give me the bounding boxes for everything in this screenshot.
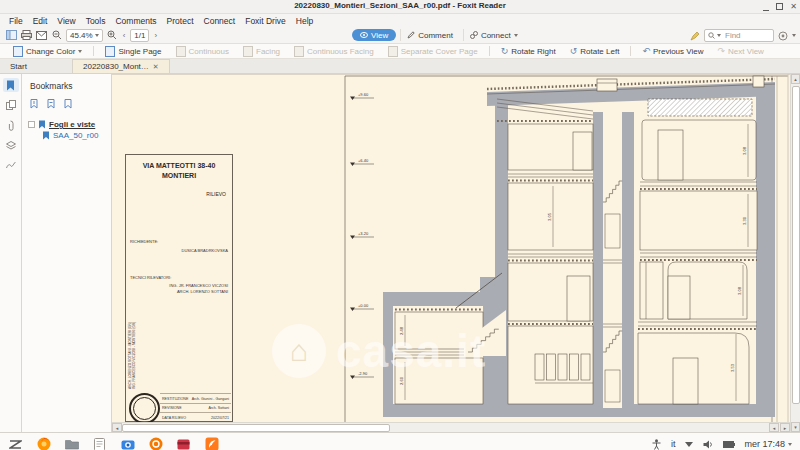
vertical-scrollbar[interactable]: ▴ ▾ — [790, 74, 800, 432]
file-manager-icon[interactable] — [64, 437, 79, 450]
collapse-bookmarks-icon[interactable] — [47, 99, 56, 109]
project-city: MONTIERI — [126, 172, 232, 179]
svg-text:+3.20: +3.20 — [358, 231, 369, 236]
minimize-button[interactable] — [763, 3, 769, 11]
window-title: 20220830_Montieri_Sezioni_SAA_r00.pdf - … — [0, 1, 800, 10]
menu-tools[interactable]: Tools — [81, 16, 111, 26]
menu-foxit-drive[interactable]: Foxit Drive — [240, 16, 291, 26]
close-button[interactable]: ✕ — [790, 0, 797, 13]
view-button[interactable]: View — [352, 29, 396, 41]
menu-file[interactable]: File — [4, 16, 28, 26]
mail-icon[interactable] — [35, 29, 48, 41]
row-value: Arch. Giunini - Gangani — [192, 397, 229, 401]
bookmarks-panel-title: Bookmarks — [22, 74, 111, 91]
main-toolbar: 45.4% ‹ 1/1 › View Comment Connect — [0, 27, 800, 44]
bookmark-child-item[interactable]: SAA_50_r00 — [28, 130, 111, 141]
tab-close-icon[interactable]: ✕ — [153, 63, 159, 71]
attachments-panel-icon[interactable] — [3, 118, 19, 132]
document-type: RILIEVO — [206, 191, 226, 197]
scroll-left-button[interactable]: ◂ — [769, 423, 779, 432]
change-color-label: Change Color — [26, 47, 75, 56]
bookmark-options-icon[interactable] — [64, 99, 73, 109]
row-value: 2022/07/21 — [211, 416, 229, 420]
next-view-button[interactable]: ↷ Next View — [710, 45, 770, 58]
separate-cover-button[interactable]: Separate Cover Page — [381, 45, 485, 58]
clock[interactable]: mer 17:48 — [744, 439, 792, 449]
find-input[interactable] — [723, 30, 767, 41]
horizontal-scrollbar[interactable]: ◂ ◂ ▸ — [112, 422, 790, 432]
previous-page-button[interactable]: ‹ — [120, 31, 129, 40]
menu-edit[interactable]: Edit — [28, 16, 53, 26]
layers-panel-icon[interactable] — [3, 138, 19, 152]
collapse-node-icon[interactable] — [28, 121, 35, 128]
revision-table: RESTITUZIONEArch. Giunini - Gangani REVI… — [160, 393, 231, 422]
page-indicator[interactable]: 1/1 — [130, 29, 149, 42]
zorin-menu-icon[interactable] — [8, 437, 23, 450]
bookmark-root-item[interactable]: Fogli e viste — [28, 119, 111, 130]
scroll-down-button[interactable]: ▾ — [791, 422, 800, 432]
orange-app-icon[interactable] — [148, 437, 163, 450]
firefox-icon[interactable] — [36, 437, 51, 450]
change-color-button[interactable]: Change Color — [6, 45, 89, 58]
keyboard-layout-indicator[interactable]: it — [671, 439, 676, 449]
project-address: VIA MATTEOTTI 38-40 — [126, 162, 232, 169]
extension-rooms — [395, 312, 483, 404]
find-box[interactable] — [704, 29, 774, 42]
vertical-scroll-thumb[interactable] — [792, 86, 800, 404]
document-page[interactable]: 3.05 3.08 3.30 3.08 3.53 2.48 2.60 +9 — [112, 74, 790, 422]
menu-view[interactable]: View — [52, 16, 80, 26]
single-page-button[interactable]: Single Page — [98, 45, 168, 58]
text-editor-icon[interactable] — [92, 437, 107, 450]
roof-slab-hatched — [648, 99, 752, 116]
rotate-right-label: Rotate Right — [511, 47, 555, 56]
volume-icon[interactable] — [703, 440, 713, 449]
previous-view-button[interactable]: ↶ Previous View — [635, 45, 710, 58]
bookmark-root-label: Fogli e viste — [49, 120, 95, 129]
scroll-left-button[interactable]: ◂ — [112, 423, 122, 432]
connect-button-label: Connect — [481, 31, 511, 40]
tab-document[interactable]: 20220830_Mont… ✕ — [72, 59, 170, 73]
facing-button[interactable]: Facing — [236, 45, 287, 58]
maximize-button[interactable] — [776, 3, 783, 10]
network-icon[interactable] — [685, 442, 693, 447]
menu-comments[interactable]: Comments — [110, 16, 161, 26]
scroll-up-button[interactable]: ▴ — [791, 74, 800, 84]
elevation-marker: +9.60 — [350, 92, 374, 100]
menu-connect[interactable]: Connect — [199, 16, 241, 26]
zoom-in-icon[interactable] — [106, 29, 119, 41]
hand-tool-icon[interactable] — [778, 31, 788, 41]
menu-help[interactable]: Help — [291, 16, 318, 26]
tab-start-label: Start — [10, 62, 27, 71]
comment-button[interactable]: Comment — [400, 29, 459, 41]
zoom-level-select[interactable]: 45.4% — [66, 29, 103, 42]
battery-icon[interactable] — [723, 441, 734, 448]
signature-panel-icon[interactable] — [3, 158, 19, 172]
continuous-button[interactable]: Continuous — [169, 45, 236, 58]
rotate-right-button[interactable]: ↻ Rotate Right — [494, 45, 563, 58]
print-icon[interactable] — [20, 29, 33, 41]
connect-button[interactable]: Connect — [463, 29, 524, 41]
expand-bookmarks-icon[interactable] — [30, 99, 39, 109]
wallet-app-icon[interactable] — [176, 437, 191, 450]
menu-protect[interactable]: Protect — [162, 16, 199, 26]
svg-text:3.53: 3.53 — [730, 363, 735, 372]
menu-bar: File Edit View Tools Comments Protect Co… — [0, 14, 800, 27]
page-indicator-value: 1/1 — [134, 31, 145, 40]
highlighter-pen-icon[interactable] — [690, 31, 700, 41]
bookmark-icon — [42, 131, 50, 140]
zoom-out-icon[interactable] — [50, 29, 63, 41]
tab-start[interactable]: Start — [0, 60, 72, 73]
rotate-left-button[interactable]: ↺ Rotate Left — [563, 45, 627, 58]
scroll-right-button[interactable]: ▸ — [780, 423, 790, 432]
pages-panel-icon[interactable] — [3, 98, 19, 112]
separate-cover-label: Separate Cover Page — [401, 47, 478, 56]
continuous-facing-button[interactable]: Continuous Facing — [287, 45, 381, 58]
single-page-icon — [105, 46, 115, 57]
bookmarks-panel-icon[interactable] — [3, 78, 19, 92]
screenshot-tool-icon[interactable] — [120, 437, 135, 450]
foxit-reader-icon[interactable] — [204, 437, 219, 450]
horizontal-scroll-thumb[interactable] — [122, 424, 390, 432]
accessibility-icon[interactable] — [652, 439, 661, 450]
next-page-button[interactable]: › — [151, 31, 160, 40]
nav-panel-toggle-icon[interactable] — [5, 29, 18, 41]
